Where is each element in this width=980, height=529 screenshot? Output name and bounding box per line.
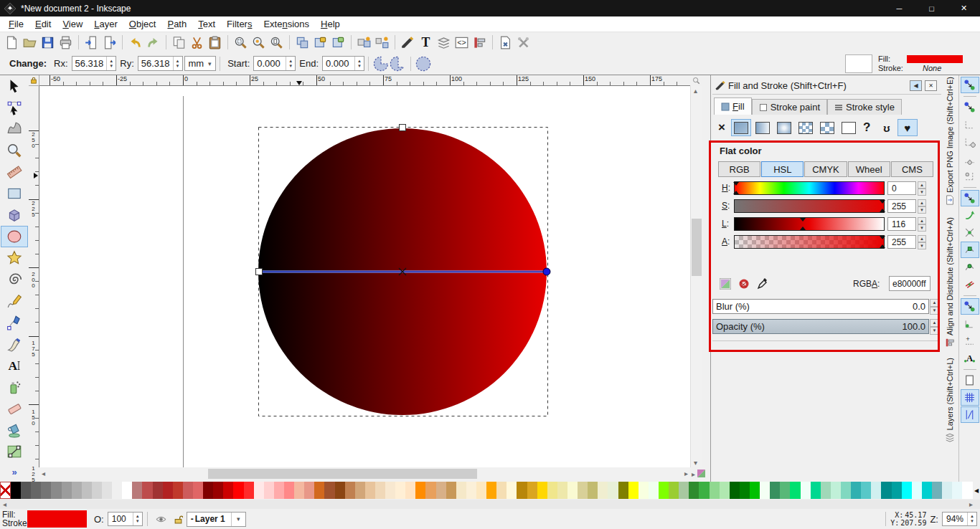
horizontal-scrollbar[interactable]: ◂ ▸ — [39, 467, 690, 480]
palette-swatch[interactable] — [649, 482, 659, 499]
palette-swatch[interactable] — [476, 482, 486, 499]
document-properties-button[interactable] — [496, 34, 514, 51]
palette-swatch[interactable] — [871, 482, 881, 499]
horizontal-ruler[interactable]: -50-250255075100125150175 — [39, 75, 690, 86]
more-tools-button[interactable]: » — [0, 467, 29, 477]
palette-swatch[interactable] — [720, 482, 730, 499]
menu-filters[interactable]: Filters — [221, 17, 258, 31]
gradient-end-handle[interactable] — [543, 268, 550, 275]
horizontal-scrollbar-thumb[interactable] — [208, 469, 477, 479]
palette-swatch[interactable] — [588, 482, 598, 499]
palette-swatch[interactable] — [72, 482, 82, 499]
palette-swatch[interactable] — [31, 482, 41, 499]
palette-swatch[interactable] — [142, 482, 152, 499]
calligraphy-tool[interactable] — [1, 333, 28, 355]
palette-swatch[interactable] — [821, 482, 831, 499]
h-slider[interactable] — [734, 181, 885, 195]
palette-swatch[interactable] — [547, 482, 557, 499]
palette-swatch[interactable] — [21, 482, 31, 499]
palette-swatch[interactable] — [153, 482, 163, 499]
snap-bbox-edges-button[interactable] — [961, 116, 979, 133]
palette-swatch[interactable] — [527, 482, 537, 499]
vertical-scrollbar[interactable]: ▴ ▾ — [690, 86, 702, 467]
snap-text-baseline-button[interactable]: A — [961, 350, 979, 366]
a-slider[interactable] — [734, 235, 885, 249]
start-input[interactable]: 0.000▲▼ — [253, 56, 296, 71]
open-document-button[interactable] — [21, 34, 39, 51]
zoom-corner-icon[interactable] — [690, 75, 702, 86]
box-3d-tool[interactable] — [1, 204, 28, 226]
palette-swatch[interactable] — [132, 482, 142, 499]
ellipse-ry-handle[interactable] — [400, 125, 406, 131]
mode-tab-wheel[interactable]: Wheel — [848, 161, 890, 177]
dock-tab-layers[interactable]: Layers (Shift+Ctrl+L) — [942, 358, 958, 461]
snap-path-intersections-button[interactable] — [961, 224, 979, 241]
gradient-start-handle[interactable] — [256, 269, 263, 275]
palette-swatch[interactable] — [335, 482, 345, 499]
palette-swatch[interactable] — [699, 482, 709, 499]
layers-dialog-button[interactable] — [435, 34, 453, 51]
snap-others-button[interactable] — [961, 298, 979, 315]
layer-lock-icon[interactable] — [174, 515, 183, 524]
palette-swatch[interactable] — [223, 482, 233, 499]
snap-bbox-corners-button[interactable] — [961, 133, 979, 150]
group-objects-button[interactable] — [355, 34, 373, 51]
out-of-gamut-icon[interactable] — [737, 277, 751, 291]
palette-swatch[interactable] — [537, 482, 547, 499]
palette-swatch[interactable] — [780, 482, 790, 499]
palette-swatch[interactable] — [244, 482, 254, 499]
palette-swatch[interactable] — [811, 482, 821, 499]
palette-swatch[interactable] — [598, 482, 608, 499]
palette-swatch[interactable] — [254, 482, 264, 499]
zoom-selection-button[interactable] — [232, 34, 250, 51]
menu-text[interactable]: Text — [192, 17, 221, 31]
palette-swatch[interactable] — [902, 482, 912, 499]
dialog-close-button[interactable]: ✕ — [925, 80, 937, 91]
swatch-button[interactable] — [817, 119, 837, 136]
fill-mini-swatch[interactable] — [907, 55, 963, 63]
palette-swatch[interactable] — [274, 482, 284, 499]
zoom-drawing-button[interactable] — [250, 34, 268, 51]
no-paint-button[interactable]: × — [718, 120, 725, 135]
create-clone-button[interactable] — [311, 34, 329, 51]
palette-swatch[interactable] — [82, 482, 92, 499]
palette-right-arrow[interactable]: ◀ — [973, 482, 980, 499]
menu-path[interactable]: Path — [161, 17, 192, 31]
menu-view[interactable]: View — [57, 17, 88, 31]
palette-swatch[interactable] — [173, 482, 183, 499]
palette-swatch[interactable] — [770, 482, 780, 499]
end-input[interactable]: 0.000▲▼ — [322, 56, 364, 71]
palette-swatch[interactable] — [669, 482, 679, 499]
export-png-button[interactable] — [100, 34, 118, 51]
palette-swatch[interactable] — [304, 482, 314, 499]
snap-grids-button[interactable] — [961, 389, 979, 406]
palette-swatch[interactable] — [405, 482, 415, 499]
ry-input[interactable]: 56.318▲▼ — [138, 56, 183, 71]
palette-swatch[interactable] — [892, 482, 902, 499]
maximize-button[interactable]: □ — [915, 0, 948, 16]
palette-swatch[interactable] — [952, 482, 962, 499]
palette-swatch[interactable] — [730, 482, 740, 499]
palette-swatch[interactable] — [264, 482, 274, 499]
palette-swatch[interactable] — [628, 482, 639, 499]
l-slider[interactable] — [734, 217, 885, 231]
palette-swatch[interactable] — [507, 482, 517, 499]
palette-swatch[interactable] — [861, 482, 871, 499]
ungroup-objects-button[interactable] — [373, 34, 391, 51]
rx-input[interactable]: 56.318▲▼ — [72, 56, 117, 71]
measure-tool[interactable] — [1, 161, 28, 183]
snap-guides-button[interactable] — [961, 406, 979, 423]
snap-bbox-midpoints-button[interactable] — [961, 151, 979, 167]
radial-gradient-button[interactable] — [774, 119, 794, 136]
mode-tab-rgb[interactable]: RGB — [718, 161, 760, 177]
dialog-dock-button[interactable]: ◀ — [910, 80, 922, 91]
paste-button[interactable] — [206, 34, 224, 51]
opacity-spinner[interactable]: ▲▼ — [930, 319, 939, 334]
snap-cusp-nodes-button[interactable] — [961, 242, 979, 258]
palette-swatch[interactable] — [608, 482, 618, 499]
palette-swatch[interactable] — [740, 482, 750, 499]
vertical-ruler[interactable]: 250225200175150125 — [29, 86, 39, 467]
zoom-page-button[interactable] — [268, 34, 286, 51]
bucket-fill-tool[interactable] — [1, 419, 28, 441]
snap-line-midpoints-button[interactable] — [961, 276, 979, 292]
